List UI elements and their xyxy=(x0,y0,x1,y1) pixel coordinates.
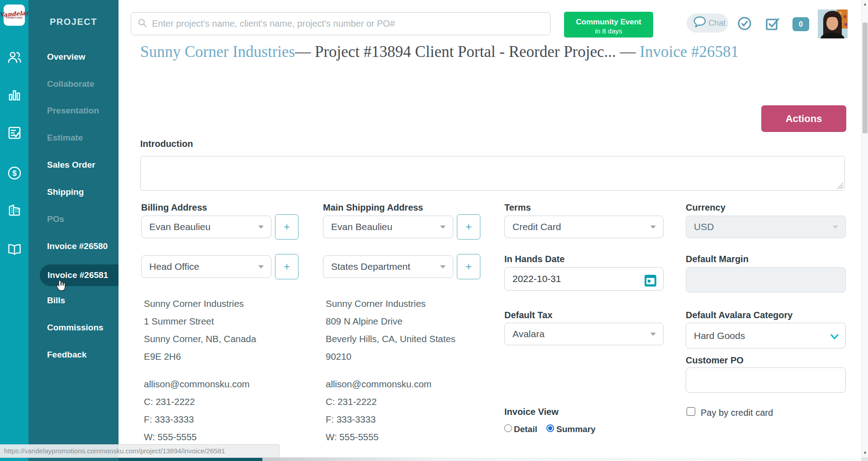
address-line: 90210 xyxy=(326,348,455,365)
invoice-view-summary-radio[interactable] xyxy=(546,424,554,432)
scrollbar-thumb[interactable] xyxy=(863,23,868,133)
address-line: Sunny Corner Industries xyxy=(326,295,455,312)
tasks-check-icon[interactable] xyxy=(765,16,780,33)
avalara-category-label: Default Avalara Category xyxy=(686,310,792,320)
shipping-contact-select[interactable]: Evan Beaulieu xyxy=(323,216,453,238)
sidebar-item-presentation[interactable]: Presentation xyxy=(47,106,99,116)
scrollbar-corner xyxy=(861,457,868,461)
title-dash2: — xyxy=(616,43,640,61)
billing-address-select[interactable]: Head Office xyxy=(141,255,271,278)
clock-check-icon[interactable] xyxy=(737,16,752,33)
chevron-down-icon xyxy=(650,226,656,229)
terms-select[interactable]: Credit Card xyxy=(504,216,664,238)
add-shipping-contact-button[interactable]: + xyxy=(457,214,480,240)
chat-bubble-icon xyxy=(693,16,707,30)
sidebar-item-overview[interactable]: Overview xyxy=(47,52,85,62)
terms-value: Credit Card xyxy=(512,221,561,232)
people-icon[interactable] xyxy=(0,51,28,64)
currency-label: Currency xyxy=(686,202,726,213)
actions-button[interactable]: Actions xyxy=(761,105,846,132)
contact-line: allison@commonsku.com xyxy=(144,375,250,393)
sidebar-title: PROJECT xyxy=(28,17,119,27)
add-shipping-address-button[interactable]: + xyxy=(457,254,480,279)
project-sidebar: PROJECT Overview Collaborate Presentatio… xyxy=(28,0,119,461)
chevron-down-icon xyxy=(830,331,839,342)
sidebar-item-invoice-26580[interactable]: Invoice #26580 xyxy=(47,241,108,251)
introduction-textarea[interactable] xyxy=(140,156,845,191)
in-hands-date-value: 2022-10-31 xyxy=(512,273,561,284)
customer-po-input[interactable] xyxy=(686,367,846,393)
sidebar-item-commissions[interactable]: Commissions xyxy=(47,323,104,333)
book-icon[interactable] xyxy=(0,243,28,256)
billing-contact-select[interactable]: Evan Beaulieu xyxy=(141,216,271,238)
billing-contact-value: Evan Beaulieu xyxy=(149,221,210,232)
contact-line: W: 555-5555 xyxy=(144,428,250,446)
sidebar-item-sales-order[interactable]: Sales Order xyxy=(47,160,95,170)
add-billing-address-button[interactable]: + xyxy=(275,254,299,279)
chevron-down-icon xyxy=(650,333,656,336)
pay-by-credit-card-checkbox[interactable] xyxy=(687,407,695,416)
chevron-down-icon xyxy=(258,265,264,268)
billing-address-label: Billing Address xyxy=(141,202,207,213)
calendar-icon[interactable] xyxy=(644,273,657,295)
in-hands-date-input[interactable]: 2022-10-31 xyxy=(504,267,664,291)
shipping-address-select[interactable]: States Department xyxy=(323,255,453,278)
chevron-down-icon xyxy=(440,226,446,229)
shipping-contact-value: Evan Beaulieu xyxy=(331,221,392,232)
currency-select: USD xyxy=(686,216,846,238)
user-avatar[interactable] xyxy=(818,9,848,38)
address-line: 1 Summer Street xyxy=(144,312,256,330)
search-input[interactable] xyxy=(152,19,541,29)
terms-label: Terms xyxy=(504,202,531,213)
notification-badge[interactable]: 0 xyxy=(792,17,809,31)
invoice-view-summary-label[interactable]: Summary xyxy=(556,424,596,434)
client-link[interactable]: Sunny Corner Industries xyxy=(140,43,295,61)
textarea-resize-handle[interactable] xyxy=(837,183,843,189)
scroll-down-arrow[interactable]: ▼ xyxy=(862,449,868,456)
sidebar-item-invoice-26581[interactable]: Invoice #26581 xyxy=(40,264,119,286)
svg-text:$: $ xyxy=(12,169,17,178)
billing-address-block: Sunny Corner Industries 1 Summer Street … xyxy=(144,295,256,365)
checklist-icon[interactable] xyxy=(0,126,28,140)
title-dash1: — xyxy=(295,43,315,61)
default-tax-select[interactable]: Avalara xyxy=(504,323,664,345)
pay-by-credit-card-label[interactable]: Pay by credit card xyxy=(701,408,773,418)
sidebar-item-collaborate[interactable]: Collaborate xyxy=(47,79,95,89)
sidebar-item-shipping[interactable]: Shipping xyxy=(47,187,84,197)
bottom-scroll-thumb[interactable] xyxy=(119,457,262,461)
icon-rail: Vandelay PROMOTIONS $ xyxy=(0,0,28,461)
invoice-link[interactable]: Invoice #26581 xyxy=(640,43,739,61)
bar-chart-icon[interactable] xyxy=(0,89,28,102)
invoice-view-detail-radio[interactable] xyxy=(504,424,512,432)
mouse-cursor xyxy=(55,280,67,295)
contact-line: C: 231-2222 xyxy=(144,393,250,410)
avalara-category-select[interactable]: Hard Goods xyxy=(686,323,846,348)
community-event-button[interactable]: Community Event in 8 days xyxy=(564,12,653,38)
sidebar-item-pos[interactable]: POs xyxy=(47,214,64,224)
sidebar-item-estimate[interactable]: Estimate xyxy=(47,133,83,143)
default-tax-label: Default Tax xyxy=(504,310,552,320)
building-icon[interactable] xyxy=(0,203,28,217)
bottom-scroll-track[interactable] xyxy=(262,457,861,461)
page-title: Sunny Corner Industries— Project #13894 … xyxy=(140,40,810,64)
event-title: Community Event xyxy=(564,18,653,27)
event-countdown: in 8 days xyxy=(564,27,653,35)
sidebar-item-bills[interactable]: Bills xyxy=(47,296,65,306)
address-line: 809 N Alpine Drive xyxy=(326,312,455,330)
billing-address-value: Head Office xyxy=(149,261,199,272)
sidebar-item-feedback[interactable]: Feedback xyxy=(47,350,87,360)
chat-button[interactable]: Chat xyxy=(687,14,728,33)
dollar-circle-icon[interactable]: $ xyxy=(0,166,28,180)
vertical-scrollbar[interactable]: ▲ ▼ xyxy=(861,0,868,461)
address-line: Sunny Corner Industries xyxy=(144,295,256,312)
vandelay-logo[interactable]: Vandelay PROMOTIONS xyxy=(4,5,25,26)
add-billing-contact-button[interactable]: + xyxy=(275,214,299,240)
scroll-up-arrow[interactable]: ▲ xyxy=(862,0,868,8)
status-bar-url: https://vandelaypromotions.commonsku.com… xyxy=(0,444,280,458)
invoice-view-detail-label[interactable]: Detail xyxy=(514,424,537,434)
search-icon xyxy=(138,18,147,30)
billing-contact-block: allison@commonsku.com C: 231-2222 F: 333… xyxy=(144,375,250,446)
default-margin-label: Default Margin xyxy=(686,254,749,264)
contact-line: W: 555-5555 xyxy=(326,428,432,446)
project-title-text: Project #13894 Client Portal - Reorder P… xyxy=(315,43,616,61)
